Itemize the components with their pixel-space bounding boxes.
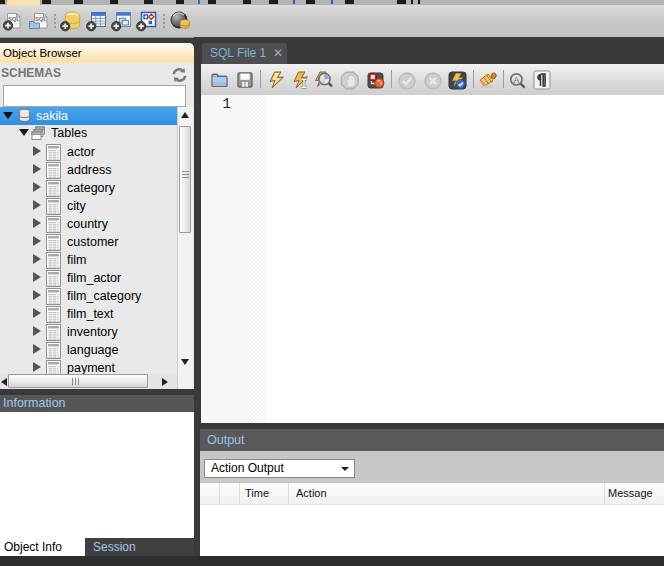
svg-text:SQL: SQL (8, 16, 20, 22)
svg-text:SQL: SQL (35, 16, 47, 22)
svg-text:A: A (514, 75, 520, 85)
